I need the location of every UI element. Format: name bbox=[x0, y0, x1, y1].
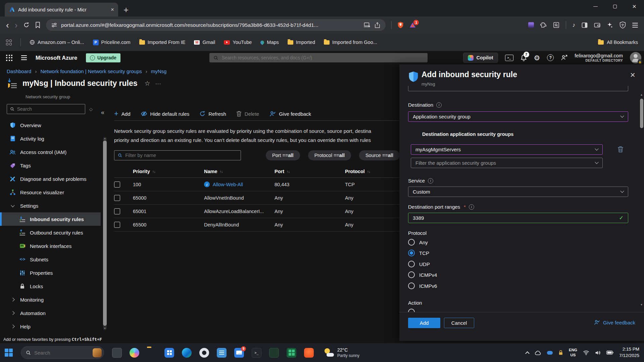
azure-brand[interactable]: Microsoft Azure bbox=[36, 55, 77, 61]
sidebar-item-inbound-security-rules[interactable]: Inbound security rules bbox=[0, 212, 101, 226]
table-row[interactable]: 65000 AllowVnetInBound Any Any bbox=[114, 191, 400, 205]
protocol-option-udp[interactable]: UDP bbox=[408, 261, 430, 267]
sidebar-scrollbar[interactable]: ▲ ▼ bbox=[103, 137, 107, 330]
window-close-button[interactable]: × bbox=[625, 0, 644, 13]
help-icon[interactable]: ? bbox=[547, 54, 554, 61]
table-row[interactable]: 65500 DenyAllInBound Any Any bbox=[114, 218, 400, 231]
back-button[interactable]: ‹ bbox=[6, 21, 9, 30]
protocol-option-icmpv4[interactable]: ICMPv4 bbox=[408, 271, 437, 278]
scroll-down-arrow[interactable]: ▼ bbox=[640, 303, 643, 307]
copilot-app-icon[interactable] bbox=[130, 348, 139, 358]
destination-dropdown[interactable]: Application security group bbox=[408, 111, 628, 122]
upgrade-button[interactable]: ↑ Upgrade bbox=[86, 53, 120, 62]
brave-shields-icon[interactable] bbox=[397, 21, 404, 29]
scroll-up-arrow[interactable]: ▲ bbox=[103, 137, 107, 140]
settings-gear-icon[interactable]: ⚙ bbox=[534, 54, 540, 61]
extension-avatar-icon[interactable] bbox=[528, 22, 534, 28]
row-checkbox[interactable] bbox=[114, 182, 120, 188]
apps-grid-icon[interactable] bbox=[6, 40, 12, 45]
source-filter-pill[interactable]: Source == all bbox=[359, 150, 400, 160]
info-icon[interactable]: i bbox=[428, 178, 433, 184]
share-icon[interactable] bbox=[375, 22, 380, 28]
avatar[interactable]: 🔒 bbox=[630, 52, 641, 63]
reload-button[interactable] bbox=[23, 22, 30, 28]
favorite-star-icon[interactable]: ☆ bbox=[145, 80, 150, 87]
browser-menu-icon[interactable] bbox=[632, 23, 638, 28]
panel-cancel-button[interactable]: Cancel bbox=[444, 318, 474, 328]
new-tab-button[interactable]: + bbox=[123, 6, 129, 13]
sidebar-group-monitoring[interactable]: Monitoring bbox=[0, 293, 101, 306]
volume-icon[interactable] bbox=[595, 350, 601, 355]
protocol-option-any[interactable]: Any bbox=[408, 239, 428, 246]
asg-filter-dropdown[interactable]: Filter the application security groups bbox=[411, 158, 603, 168]
onedrive-cloud-icon[interactable] bbox=[535, 350, 541, 355]
sidebar-item-resource-visualizer[interactable]: Resource visualizer bbox=[0, 186, 101, 199]
panel-close-icon[interactable]: × bbox=[630, 70, 635, 79]
terminal-app-icon[interactable]: >_ bbox=[252, 348, 261, 358]
portal-menu-icon[interactable] bbox=[21, 55, 27, 60]
service-dropdown[interactable]: Custom bbox=[408, 187, 628, 197]
sidebar-item-properties[interactable]: Properties bbox=[0, 266, 101, 279]
sidebar-item-locks[interactable]: Locks bbox=[0, 279, 101, 293]
bookmark-amazon[interactable]: Amazon.com – Onli... bbox=[30, 40, 84, 45]
sidebar-scrollbar-thumb[interactable] bbox=[103, 141, 107, 326]
menu-view-toggle-icon[interactable]: ◇ bbox=[89, 107, 93, 112]
column-priority[interactable]: Priority↑↓ bbox=[133, 169, 204, 174]
panel-feedback-link[interactable]: Give feedback bbox=[594, 319, 635, 325]
cloud-shell-icon[interactable]: >_ bbox=[505, 55, 513, 61]
sidebar-toggle-icon[interactable] bbox=[582, 22, 588, 28]
file-explorer-icon[interactable] bbox=[147, 348, 157, 358]
column-port[interactable]: Port↑↓ bbox=[275, 169, 345, 174]
page-more-icon[interactable]: ··· bbox=[155, 81, 161, 86]
bookmark-priceline[interactable]: P Priceline.com bbox=[93, 40, 131, 45]
hide-default-rules-button[interactable]: Hide default rules bbox=[141, 111, 190, 117]
radio-icon[interactable] bbox=[408, 271, 415, 278]
asg-delete-icon[interactable] bbox=[617, 146, 624, 153]
port-ranges-input[interactable] bbox=[413, 215, 619, 221]
taskbar-search-box[interactable] bbox=[21, 346, 104, 359]
start-button[interactable] bbox=[5, 349, 13, 357]
brave-rewards-icon[interactable]: 1 bbox=[409, 22, 416, 28]
info-icon[interactable]: i bbox=[436, 102, 442, 108]
sidebar-group-help[interactable]: Help bbox=[0, 320, 101, 332]
asg-dropdown[interactable]: myAsgMgmtServers bbox=[411, 144, 603, 155]
green-grid-app-icon[interactable] bbox=[287, 348, 296, 358]
bookmark-imported[interactable]: Imported bbox=[288, 40, 315, 45]
sidebar-item-subnets[interactable]: <·> Subnets bbox=[0, 253, 101, 266]
refresh-button[interactable]: Refresh bbox=[199, 111, 226, 117]
radio-icon[interactable] bbox=[408, 309, 415, 312]
breadcrumb-network-security-groups[interactable]: Network foundation | Network security gr… bbox=[40, 68, 142, 74]
edge-browser-icon[interactable] bbox=[182, 348, 192, 358]
protocol-filter-pill[interactable]: Protocol == all bbox=[308, 150, 351, 160]
tray-overflow-icon[interactable] bbox=[525, 351, 530, 356]
bookmark-maps[interactable]: Maps bbox=[260, 40, 279, 45]
give-feedback-button[interactable]: Give feedback bbox=[269, 111, 311, 117]
sidebar-group-settings[interactable]: Settings bbox=[0, 199, 101, 212]
azure-search-bar[interactable] bbox=[209, 53, 428, 62]
brave-browser-icon[interactable] bbox=[304, 348, 314, 358]
filter-by-name-input[interactable] bbox=[125, 153, 237, 158]
sidebar-item-diagnose[interactable]: Diagnose and solve problems bbox=[0, 172, 101, 186]
bookmark-youtube[interactable]: YouTube bbox=[224, 40, 252, 45]
weather-widget[interactable]: 22°C Partly sunny bbox=[324, 347, 359, 358]
sidebar-search-input[interactable] bbox=[17, 106, 82, 112]
scroll-up-arrow[interactable]: ▲ bbox=[640, 93, 643, 97]
sidebar-item-outbound-security-rules[interactable]: Outbound security rules bbox=[0, 226, 101, 239]
filter-by-name-box[interactable] bbox=[114, 150, 241, 160]
radio-icon[interactable] bbox=[408, 282, 415, 289]
port-ranges-field[interactable]: ✓ bbox=[408, 213, 628, 223]
feedback-icon[interactable] bbox=[561, 54, 567, 61]
row-checkbox[interactable] bbox=[114, 195, 120, 201]
radio-selected-icon[interactable] bbox=[408, 250, 415, 256]
account-info[interactable]: felixarogo@gmail.com DEFAULT DIRECTORY bbox=[575, 53, 623, 63]
tab-close-icon[interactable]: × bbox=[111, 7, 114, 12]
port-filter-pill[interactable]: Port == all bbox=[266, 150, 300, 160]
radio-icon[interactable] bbox=[408, 261, 415, 267]
desktop-app-icon[interactable] bbox=[112, 348, 122, 358]
window-minimize-button[interactable] bbox=[586, 0, 605, 13]
extensions-puzzle-icon[interactable] bbox=[540, 22, 547, 28]
bookmark-page-icon[interactable] bbox=[35, 22, 40, 28]
bookmark-gmail[interactable]: M Gmail bbox=[194, 40, 215, 45]
action-option-clipped[interactable] bbox=[408, 309, 415, 312]
breadcrumb-dashboard[interactable]: Dashboard bbox=[7, 68, 31, 74]
